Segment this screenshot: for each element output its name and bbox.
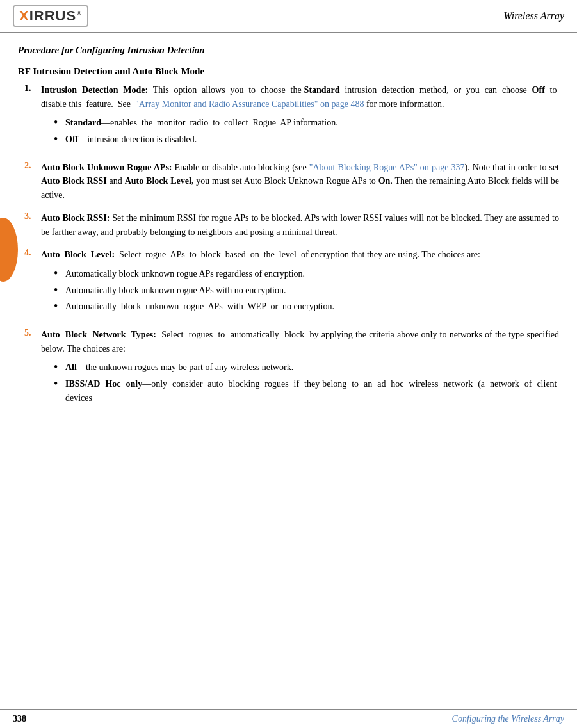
bullet-dot-4-2: • (54, 284, 65, 298)
logo-reg: ® (77, 10, 82, 17)
bold-off-2: Off (65, 134, 78, 144)
list-item-2: 2. Auto Block Unknown Rogue APs: Enable … (24, 161, 559, 202)
bullet-list-5: • All—the unknown rogues may be part of … (54, 360, 559, 405)
item-content-4: Auto Block Level: Select rogue APs to bl… (41, 248, 559, 319)
bullet-list-4: • Automatically block unknown rogue APs … (54, 267, 559, 314)
section-title: Procedure for Configuring Intrusion Dete… (18, 45, 559, 56)
bold-auto-block-level-2: Auto Block Level: (41, 250, 115, 259)
link-array-monitor: "Array Monitor and Radio Assurance Capab… (135, 99, 364, 109)
list-item-3: 3. Auto Block RSSI: Set the minimum RSSI… (24, 211, 559, 239)
link-about-blocking: "About Blocking Rogue APs" on page 337 (309, 163, 465, 172)
numbered-list: 1. Intrusion Detection Mode: This option… (24, 83, 559, 410)
bullet-dot-4-1: • (54, 267, 65, 281)
list-item-5: 5. Auto Block Network Types: Select rogu… (24, 328, 559, 410)
bullet-text-standard: Standard—enables the monitor radio to co… (65, 116, 559, 130)
logo-box: XIRRUS® (13, 5, 88, 27)
item-number-4: 4. (24, 248, 41, 258)
list-item-4: 4. Auto Block Level: Select rogue APs to… (24, 248, 559, 319)
item-number-1: 1. (24, 83, 41, 93)
item-number-5: 5. (24, 328, 41, 338)
bullet-dot-5-2: • (54, 377, 65, 391)
bold-standard-2: Standard (65, 118, 101, 127)
main-content: Procedure for Configuring Intrusion Dete… (0, 33, 577, 430)
list-item-1: 1. Intrusion Detection Mode: This option… (24, 83, 559, 152)
item-5-para: Auto Block Network Types: Select rogues … (41, 328, 559, 355)
bold-auto-block-network-types: Auto Block Network Types: (41, 330, 156, 339)
bullet-text-off: Off—intrusion detection is disabled. (65, 133, 559, 147)
item-content-3: Auto Block RSSI: Set the minimum RSSI fo… (41, 211, 559, 239)
bold-standard-1: Standard (304, 85, 340, 95)
bold-auto-block-level: Auto Block Level (125, 176, 191, 186)
footer-section-title: Configuring the Wireless Array (452, 714, 564, 724)
header-title: Wireless Array (503, 10, 564, 22)
bullet-text-ibss: IBSS/AD Hoc only—only consider auto bloc… (65, 377, 559, 405)
bullet-text-all: All—the unknown rogues may be part of an… (65, 360, 559, 375)
bullet-dot-1: • (54, 116, 65, 130)
bullet-item-no-encryption: • Automatically block unknown rogue APs … (54, 284, 559, 298)
item-content-1: Intrusion Detection Mode: This option al… (41, 83, 559, 152)
bullet-dot-2: • (54, 133, 65, 147)
item-number-3: 3. (24, 211, 41, 222)
bullet-text-no-encryption: Automatically block unknown rogue APs wi… (65, 284, 559, 298)
bullet-item-wep-encryption: • Automatically block unknown rogue APs … (54, 300, 559, 314)
subsection-title: RF Intrusion Detection and Auto Block Mo… (18, 66, 559, 77)
bullet-list-1: • Standard—enables the monitor radio to … (54, 116, 559, 146)
bold-intrusion-detection-mode: Intrusion Detection Mode: (41, 85, 148, 95)
item-content-5: Auto Block Network Types: Select rogues … (41, 328, 559, 410)
item-4-para: Auto Block Level: Select rogue APs to bl… (41, 248, 559, 262)
bullet-item-standard: • Standard—enables the monitor radio to … (54, 116, 559, 130)
item-1-para: Intrusion Detection Mode: This option al… (41, 83, 559, 111)
bold-auto-block-rssi: Auto Block RSSI (41, 176, 107, 186)
item-number-2: 2. (24, 161, 41, 171)
footer-page-number: 338 (13, 714, 26, 724)
bullet-item-any-encryption: • Automatically block unknown rogue APs … (54, 267, 559, 281)
item-2-para: Auto Block Unknown Rogue APs: Enable or … (41, 161, 559, 202)
bullet-item-off: • Off—intrusion detection is disabled. (54, 133, 559, 147)
page-header: XIRRUS® Wireless Array (0, 0, 577, 33)
bullet-item-all: • All—the unknown rogues may be part of … (54, 360, 559, 375)
logo-text: XIRRUS® (19, 8, 82, 24)
logo-area: XIRRUS® (13, 5, 88, 27)
bold-auto-block-unknown: Auto Block Unknown Rogue APs: (41, 163, 172, 172)
page-footer: 338 Configuring the Wireless Array (0, 709, 577, 728)
bullet-text-wep-encryption: Automatically block unknown rogue APs wi… (65, 300, 559, 314)
bold-all: All (65, 362, 77, 372)
bold-off: Off (532, 85, 545, 95)
bullet-item-ibss: • IBSS/AD Hoc only—only consider auto bl… (54, 377, 559, 405)
bold-ibss: IBSS/AD Hoc only (65, 379, 142, 389)
bullet-dot-5-1: • (54, 360, 65, 375)
item-3-para: Auto Block RSSI: Set the minimum RSSI fo… (41, 211, 559, 239)
item-content-2: Auto Block Unknown Rogue APs: Enable or … (41, 161, 559, 202)
bullet-text-any-encryption: Automatically block unknown rogue APs re… (65, 267, 559, 281)
bold-auto-block-rssi-2: Auto Block RSSI: (41, 213, 110, 223)
bullet-dot-4-3: • (54, 300, 65, 314)
logo-x: X (19, 8, 29, 24)
bold-on: On (378, 176, 391, 186)
